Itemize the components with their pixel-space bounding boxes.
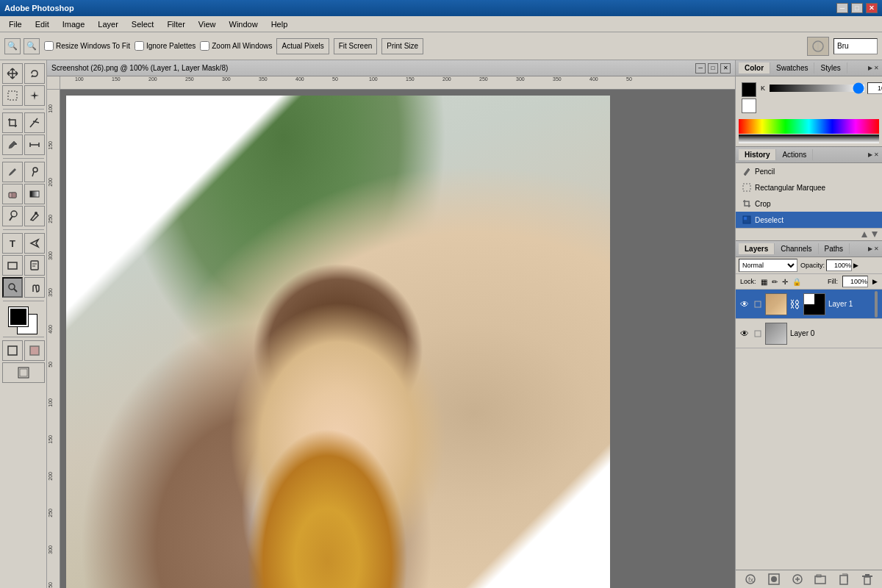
menu-view[interactable]: View: [193, 18, 222, 30]
slice-tool[interactable]: [24, 112, 45, 133]
delete-layer-icon[interactable]: [861, 573, 873, 585]
tab-color[interactable]: Color: [739, 62, 770, 74]
color-panel-menu-btn[interactable]: ▶: [868, 65, 872, 71]
tab-history[interactable]: History: [739, 149, 776, 160]
hand-tool[interactable]: [24, 277, 45, 298]
foreground-color-swatch[interactable]: [9, 307, 28, 326]
crop-tool[interactable]: [2, 112, 23, 133]
path-select-tool[interactable]: [24, 233, 45, 254]
fill-arrow[interactable]: ▶: [872, 278, 878, 285]
new-layer-icon[interactable]: [838, 573, 850, 585]
layer-0-visibility-toggle[interactable]: 👁: [739, 328, 750, 340]
svg-marker-27: [861, 232, 867, 237]
menu-window[interactable]: Window: [223, 18, 264, 30]
doc-minimize-btn[interactable]: ─: [695, 63, 706, 74]
fill-input[interactable]: [842, 276, 868, 287]
clone-stamp-tool[interactable]: [24, 162, 45, 182]
gradient-tool[interactable]: [24, 184, 45, 204]
layers-panel-close-btn[interactable]: ✕: [874, 245, 879, 252]
layer-item-0[interactable]: 👁 Layer 0: [736, 319, 882, 348]
zoom-tool[interactable]: [2, 277, 23, 298]
doc-close-btn[interactable]: ✕: [720, 63, 731, 74]
history-item-pencil[interactable]: Pencil: [736, 163, 882, 179]
tool-row-8: T: [2, 233, 45, 254]
type-tool[interactable]: T: [2, 233, 23, 254]
close-btn[interactable]: ✕: [866, 3, 878, 13]
menu-image[interactable]: Image: [57, 18, 91, 30]
doc-maximize-btn[interactable]: □: [708, 63, 718, 74]
menu-select[interactable]: Select: [126, 18, 160, 30]
photo-canvas: [66, 96, 610, 588]
color-panel-close-btn[interactable]: ✕: [874, 65, 879, 71]
layer-fx-icon[interactable]: fx: [745, 573, 756, 585]
history-panel-menu-btn[interactable]: ▶: [868, 151, 872, 158]
document-title-bar: Screenshot (26).png @ 100% (Layer 1, Lay…: [47, 60, 735, 76]
opacity-arrow[interactable]: ▶: [853, 262, 858, 269]
standard-mode[interactable]: [2, 340, 23, 361]
layers-panel-menu-btn[interactable]: ▶: [868, 245, 872, 252]
blend-mode-select[interactable]: Normal Multiply Screen Overlay: [739, 259, 797, 272]
print-size-btn[interactable]: Print Size: [381, 38, 423, 54]
toolbar-zoom-plus[interactable]: 🔍: [24, 38, 40, 54]
menu-filter[interactable]: Filter: [161, 18, 190, 30]
maximize-btn[interactable]: □: [851, 3, 863, 13]
tab-styles[interactable]: Styles: [814, 62, 847, 74]
tab-swatches[interactable]: Swatches: [770, 62, 814, 74]
menu-layer[interactable]: Layer: [92, 18, 124, 30]
rectangle-tool[interactable]: [2, 255, 23, 276]
zoom-all-windows-checkbox[interactable]: Zoom All Windows: [200, 41, 272, 51]
k-slider[interactable]: [770, 85, 864, 92]
history-item-deselect[interactable]: Deselect: [736, 212, 882, 228]
menu-file[interactable]: File: [3, 18, 28, 30]
measure-tool[interactable]: [24, 135, 45, 155]
new-group-icon[interactable]: [814, 573, 826, 585]
tool-row-screen: [2, 362, 45, 383]
color-gradient-strip: [739, 135, 879, 143]
lock-position-icon[interactable]: ✛: [782, 278, 788, 286]
color-spectrum[interactable]: [739, 119, 879, 134]
layers-bottom-toolbar: fx: [736, 570, 882, 588]
lock-brush-icon[interactable]: ✏: [772, 278, 778, 286]
layer-0-name: Layer 0: [790, 329, 879, 337]
pen-tool[interactable]: [24, 206, 45, 226]
tab-paths[interactable]: Paths: [819, 243, 850, 254]
lock-transparent-icon[interactable]: ▦: [761, 278, 767, 286]
eraser-tool[interactable]: [2, 184, 23, 204]
dodge-tool[interactable]: [2, 206, 23, 226]
actual-pixels-btn[interactable]: Actual Pixels: [276, 38, 329, 54]
marquee-tool[interactable]: [2, 85, 23, 106]
k-value-input[interactable]: [867, 82, 882, 94]
color-fg-swatch[interactable]: [742, 82, 756, 97]
minimize-btn[interactable]: ─: [836, 3, 848, 13]
quick-mask-mode[interactable]: [24, 340, 45, 361]
opacity-input[interactable]: [826, 259, 852, 271]
tool-divider-1: [3, 109, 44, 110]
history-item-crop[interactable]: Crop: [736, 196, 882, 212]
brush-tool[interactable]: [2, 162, 23, 182]
color-bg-swatch[interactable]: [742, 98, 756, 113]
svg-rect-26: [744, 217, 747, 220]
eyedropper-tool[interactable]: [2, 135, 23, 155]
move-tool[interactable]: [2, 63, 23, 84]
toolbar-zoom-minus[interactable]: 🔍: [4, 38, 21, 54]
screen-mode[interactable]: [2, 362, 45, 383]
layer-1-visibility-toggle[interactable]: 👁: [739, 298, 750, 310]
menu-edit[interactable]: Edit: [29, 18, 55, 30]
layer-mask-icon[interactable]: [768, 573, 780, 585]
menu-help[interactable]: Help: [265, 18, 294, 30]
tab-actions[interactable]: Actions: [776, 149, 813, 160]
layer-adjustment-icon[interactable]: [792, 573, 803, 585]
history-item-marquee[interactable]: Rectangular Marquee: [736, 179, 882, 196]
magic-wand-tool[interactable]: [24, 85, 45, 106]
lock-all-icon[interactable]: 🔒: [792, 278, 801, 286]
ignore-palettes-checkbox[interactable]: Ignore Palettes: [135, 41, 196, 51]
tab-channels[interactable]: Channels: [775, 243, 818, 254]
notes-tool[interactable]: [24, 255, 45, 276]
layer-item-1[interactable]: 👁 ⛓ Layer 1: [736, 290, 882, 319]
lasso-tool[interactable]: [24, 63, 45, 84]
history-panel-close-btn[interactable]: ✕: [874, 151, 879, 158]
tab-layers[interactable]: Layers: [739, 243, 775, 254]
fit-screen-btn[interactable]: Fit Screen: [334, 38, 378, 54]
resize-windows-checkbox[interactable]: Resize Windows To Fit: [44, 41, 130, 51]
fill-label: Fill:: [828, 278, 838, 285]
